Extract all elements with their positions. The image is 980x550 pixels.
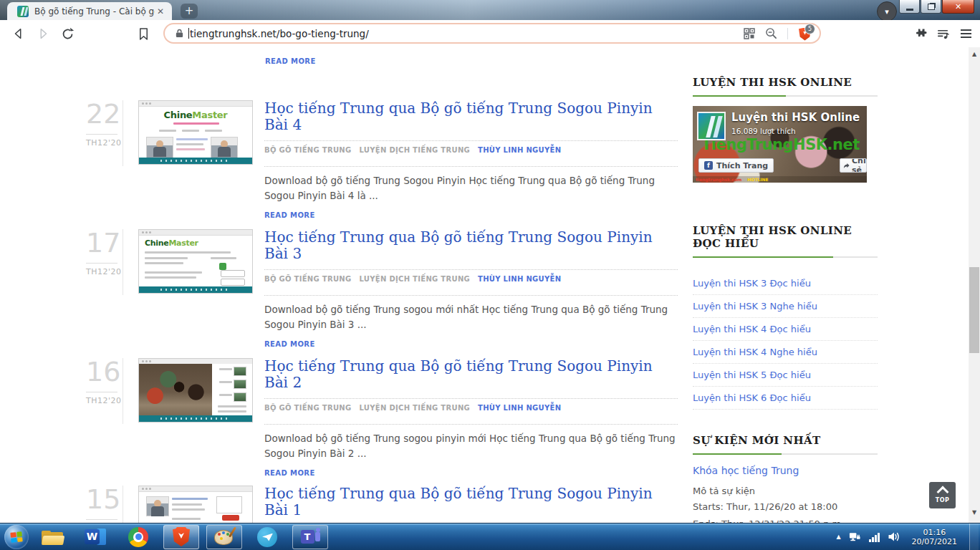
sidebar-link[interactable]: Luyện thi HSK 4 Nghe hiểu (693, 341, 878, 364)
read-more-link[interactable]: READ MORE (264, 469, 315, 477)
bookmark-button[interactable] (135, 25, 152, 42)
close-button[interactable]: ✕ (942, 0, 974, 14)
lock-icon (175, 28, 184, 39)
explorer-icon (42, 529, 63, 545)
bookmark-icon (138, 27, 150, 41)
taskbar-brave-button[interactable] (163, 525, 199, 549)
read-more-link[interactable]: READ MORE (264, 340, 315, 348)
tray-expand-button[interactable]: ▲ (836, 534, 840, 540)
widget-title: LUYỆN THI HSK ONLINE ĐỌC HIỂU (693, 224, 878, 250)
post-excerpt: Download bộ gõ tiếng Trung sogou mới nhấ… (264, 302, 678, 332)
thumb-brand: ChineMaster (139, 110, 252, 120)
post-author-link[interactable]: THÙY LINH NGUYỄN (478, 275, 561, 283)
back-button[interactable] (10, 25, 27, 42)
scrollbar-thumb[interactable] (969, 267, 979, 353)
taskbar-chrome-button[interactable] (120, 525, 156, 549)
taskbar-paint-button[interactable] (206, 525, 242, 549)
taskbar-word-button[interactable]: W (77, 525, 113, 549)
widget-title: LUYỆN THI HSK ONLINE (693, 76, 878, 89)
tab-search-button[interactable]: ▾ (877, 1, 897, 21)
read-more-link[interactable]: READ MORE (265, 57, 316, 65)
post-thumbnail[interactable]: ChineMaster (138, 229, 253, 294)
new-tab-button[interactable]: + (181, 4, 198, 19)
post-title-link[interactable]: Học tiếng Trung qua Bộ gõ tiếng Trung So… (264, 486, 678, 518)
post-title-link[interactable]: Học tiếng Trung qua Bộ gõ tiếng Trung So… (264, 100, 678, 133)
browser-tab[interactable]: Bộ gõ tiếng Trung - Cài bộ gõ tiế ✕ (7, 2, 172, 20)
facebook-page-likes: 16.089 lượt thích (731, 127, 796, 135)
browser-titlebar: Bộ gõ tiếng Trung - Cài bộ gõ tiế ✕ + ▾ … (0, 0, 980, 20)
start-button[interactable] (4, 525, 29, 549)
facebook-share-button[interactable]: Chia sẻ (840, 158, 867, 173)
post-thumbnail[interactable]: ChineMaster (138, 100, 253, 165)
restore-button[interactable] (921, 0, 941, 14)
qr-code-icon[interactable] (744, 28, 755, 39)
text-caret (188, 28, 189, 39)
post-category-link[interactable]: BỘ GÕ TIẾNG TRUNG (264, 404, 352, 412)
close-icon: ✕ (955, 3, 961, 11)
post-category-link[interactable]: LUYỆN DỊCH TIẾNG TRUNG (360, 404, 471, 412)
teams-icon: T (301, 528, 320, 546)
widget-underline (693, 95, 878, 97)
thumb-brand: ChineMaster (145, 238, 198, 248)
event-description: Mô tả sự kiện (693, 485, 878, 498)
post-title-link[interactable]: Học tiếng Trung qua Bộ gõ tiếng Trung So… (264, 229, 678, 262)
post-author-link[interactable]: THÙY LINH NGUYỄN (478, 146, 561, 154)
post-category-link[interactable]: BỘ GÕ TIẾNG TRUNG (264, 275, 352, 283)
paint-icon (214, 528, 234, 546)
signal-strength-icon[interactable] (869, 532, 880, 542)
event-link[interactable]: Khóa học tiếng Trung (693, 465, 878, 476)
sidebar-link[interactable]: Luyện thi HSK 6 Đọc hiểu (693, 387, 878, 410)
taskbar-explorer-button[interactable] (34, 525, 70, 549)
scrollbar-down-arrow[interactable]: ▼ (969, 507, 980, 518)
playlist-button[interactable] (934, 25, 951, 42)
post-thumbnail[interactable] (138, 358, 253, 423)
event-starts: Starts: Thur, 11/26/20 at 18:00 (693, 501, 878, 512)
thumb-footer (139, 286, 252, 293)
minimize-button[interactable] (899, 0, 920, 14)
tab-close-icon[interactable]: ✕ (155, 6, 166, 16)
post-date: 22 TH12'20 (86, 100, 123, 166)
brave-shield-button[interactable]: 5 (798, 26, 812, 41)
post-category-link[interactable]: LUYỆN DỊCH TIẾNG TRUNG (360, 275, 471, 283)
scroll-to-top-button[interactable]: TOP (929, 482, 956, 508)
brave-icon (173, 527, 190, 546)
facebook-page-widget[interactable]: Luyện thi HSK Online 16.089 lượt thích T… (693, 106, 867, 183)
forward-button[interactable] (34, 25, 52, 42)
sidebar-link[interactable]: Luyện thi HSK 3 Nghe hiểu (693, 295, 878, 318)
menu-button[interactable] (957, 25, 974, 42)
show-desktop-button[interactable] (969, 524, 979, 550)
post-category-link[interactable]: BỘ GÕ TIẾNG TRUNG (264, 146, 352, 154)
url-text[interactable]: tiengtrunghsk.net/bo-go-tieng-trung/ (190, 28, 744, 39)
reload-button[interactable] (59, 25, 76, 42)
windows-taskbar: W (0, 523, 980, 550)
taskbar-telegram-button[interactable] (249, 525, 285, 549)
network-plug-icon[interactable] (849, 531, 861, 543)
post-thumbnail[interactable] (138, 486, 253, 523)
page-scrollbar[interactable]: ▲ ▼ (969, 47, 980, 523)
thumb-footer (139, 158, 252, 164)
taskbar-clock[interactable]: 01:16 20/07/2021 (908, 528, 961, 546)
volume-icon[interactable] (888, 531, 900, 542)
post-day: 15 (86, 486, 120, 514)
post-month: TH12'20 (86, 267, 120, 276)
sidebar-link[interactable]: Luyện thi HSK 5 Đọc hiểu (693, 364, 878, 387)
post-day: 16 (86, 358, 120, 387)
facebook-like-button[interactable]: f Thích Trang (698, 158, 774, 173)
sidebar-link[interactable]: Luyện thi HSK 4 Đọc hiểu (693, 318, 878, 341)
post-title-link[interactable]: Học tiếng Trung qua Bộ gõ tiếng Trung So… (264, 358, 678, 391)
taskbar-apps: W (34, 524, 328, 550)
chrome-icon (128, 527, 148, 547)
post-date: 15 (86, 486, 123, 523)
scrollbar-up-arrow[interactable]: ▲ (969, 49, 980, 60)
zoom-out-icon[interactable] (765, 27, 777, 39)
url-bar[interactable]: tiengtrunghsk.net/bo-go-tieng-trung/ 5 (163, 23, 821, 44)
post-author-link[interactable]: THÙY LINH NGUYỄN (478, 404, 561, 412)
read-more-link[interactable]: READ MORE (264, 211, 315, 219)
post-category-link[interactable]: LUYỆN DỊCH TIẾNG TRUNG (360, 146, 471, 154)
chevron-up-icon (936, 486, 948, 498)
thumb-browser-bar (139, 101, 252, 107)
sidebar-link[interactable]: Luyện thi HSK 3 Đọc hiểu (693, 272, 878, 295)
taskbar-teams-button[interactable]: T (292, 525, 328, 549)
extensions-button[interactable] (911, 25, 928, 42)
facebook-page-name: Luyện thi HSK Online (731, 111, 860, 124)
